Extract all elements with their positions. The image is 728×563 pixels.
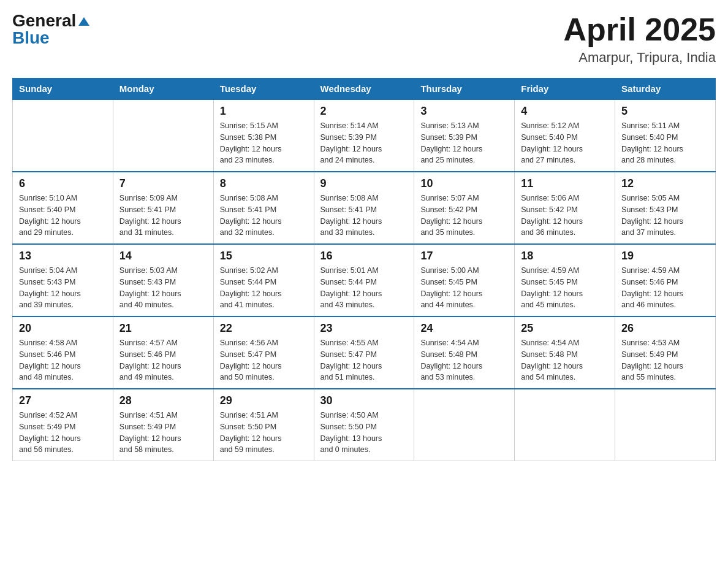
day-cell: 20Sunrise: 4:58 AMSunset: 5:46 PMDayligh…: [13, 316, 113, 389]
day-info: Sunrise: 5:08 AMSunset: 5:41 PMDaylight:…: [320, 193, 408, 239]
day-number: 27: [19, 394, 107, 407]
day-number: 26: [621, 322, 709, 335]
day-number: 12: [621, 177, 709, 190]
column-header-sunday: Sunday: [13, 79, 113, 100]
day-cell: 2Sunrise: 5:14 AMSunset: 5:39 PMDaylight…: [314, 99, 414, 172]
day-number: 20: [19, 322, 107, 335]
day-info: Sunrise: 4:51 AMSunset: 5:50 PMDaylight:…: [220, 410, 308, 456]
day-cell: 29Sunrise: 4:51 AMSunset: 5:50 PMDayligh…: [213, 389, 314, 461]
day-cell: 9Sunrise: 5:08 AMSunset: 5:41 PMDaylight…: [314, 172, 414, 244]
day-cell: 27Sunrise: 4:52 AMSunset: 5:49 PMDayligh…: [13, 389, 113, 461]
day-number: 4: [521, 105, 609, 118]
day-info: Sunrise: 5:06 AMSunset: 5:42 PMDaylight:…: [521, 193, 609, 239]
day-number: 13: [19, 250, 107, 262]
day-number: 1: [220, 105, 308, 118]
logo-blue-text: Blue: [12, 29, 50, 47]
day-cell: 21Sunrise: 4:57 AMSunset: 5:46 PMDayligh…: [113, 316, 213, 389]
calendar-table: SundayMondayTuesdayWednesdayThursdayFrid…: [12, 78, 716, 461]
day-cell: 17Sunrise: 5:00 AMSunset: 5:45 PMDayligh…: [414, 244, 515, 316]
day-number: 8: [220, 177, 308, 190]
day-cell: [13, 99, 113, 172]
column-header-saturday: Saturday: [615, 79, 716, 100]
day-cell: 22Sunrise: 4:56 AMSunset: 5:47 PMDayligh…: [213, 316, 314, 389]
day-number: 7: [119, 177, 207, 190]
logo: General Blue: [12, 12, 89, 47]
day-number: 29: [220, 394, 308, 407]
day-cell: 24Sunrise: 4:54 AMSunset: 5:48 PMDayligh…: [414, 316, 515, 389]
day-cell: 10Sunrise: 5:07 AMSunset: 5:42 PMDayligh…: [414, 172, 515, 244]
day-info: Sunrise: 5:03 AMSunset: 5:43 PMDaylight:…: [119, 265, 207, 311]
day-number: 11: [521, 177, 609, 190]
day-number: 16: [320, 250, 408, 262]
day-cell: [615, 389, 716, 461]
day-number: 17: [420, 250, 508, 262]
day-info: Sunrise: 5:09 AMSunset: 5:41 PMDaylight:…: [119, 193, 207, 239]
day-info: Sunrise: 5:08 AMSunset: 5:41 PMDaylight:…: [220, 193, 308, 239]
column-header-monday: Monday: [113, 79, 213, 100]
day-number: 18: [521, 250, 609, 262]
day-number: 10: [420, 177, 508, 190]
day-cell: 4Sunrise: 5:12 AMSunset: 5:40 PMDaylight…: [515, 99, 615, 172]
day-number: 14: [119, 250, 207, 262]
day-cell: 14Sunrise: 5:03 AMSunset: 5:43 PMDayligh…: [113, 244, 213, 316]
page-header: General Blue April 2025 Amarpur, Tripura…: [12, 12, 716, 66]
day-info: Sunrise: 4:53 AMSunset: 5:49 PMDaylight:…: [621, 337, 709, 383]
day-cell: 16Sunrise: 5:01 AMSunset: 5:44 PMDayligh…: [314, 244, 414, 316]
day-info: Sunrise: 4:54 AMSunset: 5:48 PMDaylight:…: [420, 337, 508, 383]
day-cell: 11Sunrise: 5:06 AMSunset: 5:42 PMDayligh…: [515, 172, 615, 244]
day-info: Sunrise: 5:01 AMSunset: 5:44 PMDaylight:…: [320, 265, 408, 311]
calendar-title: April 2025: [563, 12, 716, 47]
day-info: Sunrise: 4:57 AMSunset: 5:46 PMDaylight:…: [119, 337, 207, 383]
day-info: Sunrise: 5:00 AMSunset: 5:45 PMDaylight:…: [420, 265, 508, 311]
week-row-2: 6Sunrise: 5:10 AMSunset: 5:40 PMDaylight…: [13, 172, 716, 244]
week-row-1: 1Sunrise: 5:15 AMSunset: 5:38 PMDaylight…: [13, 99, 716, 172]
day-cell: 30Sunrise: 4:50 AMSunset: 5:50 PMDayligh…: [314, 389, 414, 461]
day-number: 9: [320, 177, 408, 190]
day-cell: [515, 389, 615, 461]
day-info: Sunrise: 5:11 AMSunset: 5:40 PMDaylight:…: [621, 120, 709, 166]
column-header-thursday: Thursday: [414, 79, 515, 100]
day-cell: 25Sunrise: 4:54 AMSunset: 5:48 PMDayligh…: [515, 316, 615, 389]
day-cell: 18Sunrise: 4:59 AMSunset: 5:45 PMDayligh…: [515, 244, 615, 316]
column-header-wednesday: Wednesday: [314, 79, 414, 100]
column-header-friday: Friday: [515, 79, 615, 100]
day-info: Sunrise: 5:13 AMSunset: 5:39 PMDaylight:…: [420, 120, 508, 166]
day-info: Sunrise: 5:07 AMSunset: 5:42 PMDaylight:…: [420, 193, 508, 239]
day-cell: 3Sunrise: 5:13 AMSunset: 5:39 PMDaylight…: [414, 99, 515, 172]
day-cell: 13Sunrise: 5:04 AMSunset: 5:43 PMDayligh…: [13, 244, 113, 316]
day-info: Sunrise: 5:15 AMSunset: 5:38 PMDaylight:…: [220, 120, 308, 166]
day-info: Sunrise: 4:56 AMSunset: 5:47 PMDaylight:…: [220, 337, 308, 383]
day-cell: 26Sunrise: 4:53 AMSunset: 5:49 PMDayligh…: [615, 316, 716, 389]
day-cell: 19Sunrise: 4:59 AMSunset: 5:46 PMDayligh…: [615, 244, 716, 316]
day-info: Sunrise: 4:50 AMSunset: 5:50 PMDaylight:…: [320, 410, 408, 456]
week-row-4: 20Sunrise: 4:58 AMSunset: 5:46 PMDayligh…: [13, 316, 716, 389]
day-number: 21: [119, 322, 207, 335]
day-number: 25: [521, 322, 609, 335]
day-cell: 6Sunrise: 5:10 AMSunset: 5:40 PMDaylight…: [13, 172, 113, 244]
day-info: Sunrise: 5:04 AMSunset: 5:43 PMDaylight:…: [19, 265, 107, 311]
day-number: 3: [420, 105, 508, 118]
day-number: 6: [19, 177, 107, 190]
day-cell: 7Sunrise: 5:09 AMSunset: 5:41 PMDaylight…: [113, 172, 213, 244]
day-info: Sunrise: 5:14 AMSunset: 5:39 PMDaylight:…: [320, 120, 408, 166]
day-number: 2: [320, 105, 408, 118]
day-number: 24: [420, 322, 508, 335]
day-number: 5: [621, 105, 709, 118]
day-number: 22: [220, 322, 308, 335]
day-info: Sunrise: 5:02 AMSunset: 5:44 PMDaylight:…: [220, 265, 308, 311]
day-cell: 23Sunrise: 4:55 AMSunset: 5:47 PMDayligh…: [314, 316, 414, 389]
day-number: 23: [320, 322, 408, 335]
column-header-tuesday: Tuesday: [213, 79, 314, 100]
day-cell: [113, 99, 213, 172]
day-cell: 12Sunrise: 5:05 AMSunset: 5:43 PMDayligh…: [615, 172, 716, 244]
day-info: Sunrise: 4:51 AMSunset: 5:49 PMDaylight:…: [119, 410, 207, 456]
day-info: Sunrise: 5:05 AMSunset: 5:43 PMDaylight:…: [621, 193, 709, 239]
day-cell: 8Sunrise: 5:08 AMSunset: 5:41 PMDaylight…: [213, 172, 314, 244]
calendar-location: Amarpur, Tripura, India: [563, 50, 716, 66]
day-info: Sunrise: 4:59 AMSunset: 5:45 PMDaylight:…: [521, 265, 609, 311]
day-number: 30: [320, 394, 408, 407]
day-cell: [414, 389, 515, 461]
day-number: 15: [220, 250, 308, 262]
day-cell: 1Sunrise: 5:15 AMSunset: 5:38 PMDaylight…: [213, 99, 314, 172]
day-cell: 15Sunrise: 5:02 AMSunset: 5:44 PMDayligh…: [213, 244, 314, 316]
